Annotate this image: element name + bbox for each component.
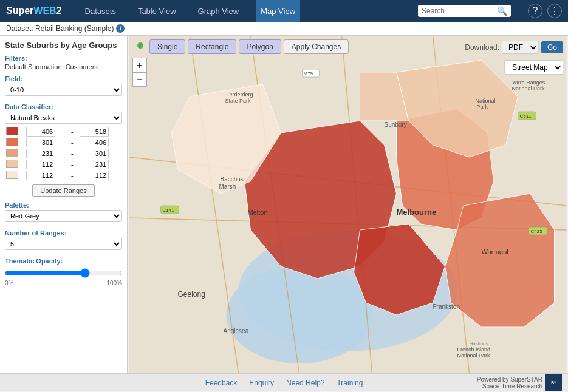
svg-text:Hastings: Hastings (470, 341, 488, 346)
field-select[interactable]: 0-10 10-20 20-30 (5, 84, 122, 96)
range-max-4[interactable] (80, 171, 109, 180)
status-indicator (137, 42, 143, 50)
range-dash-3: - (69, 159, 78, 170)
svg-text:C425: C425 (531, 229, 543, 234)
zoom-controls: + − (132, 58, 147, 87)
rectangle-button[interactable]: Rectangle (188, 39, 236, 54)
range-min-4[interactable] (26, 171, 55, 180)
brand-logo-small: S* (545, 374, 562, 391)
dataset-bar: Dataset: Retail Banking (Sample) i (0, 22, 568, 36)
opacity-label: Thematic Opacity: (5, 257, 122, 265)
opacity-max: 100% (106, 280, 122, 286)
brand-line2: Space-Time Research (477, 383, 542, 390)
range-dash-0: - (69, 126, 78, 137)
svg-text:Sunbury: Sunbury (385, 121, 407, 128)
main-layout: State Suburbs by Age Groups Filters: Def… (0, 36, 568, 373)
download-bar: Download: PDF PNG CSV Go (465, 41, 563, 54)
svg-text:Frankston: Frankston (433, 303, 460, 310)
range-color-4 (6, 171, 18, 179)
palette-select[interactable]: Red-Grey Blue-Red Green-Red (5, 210, 122, 222)
map-type-select[interactable]: Street Map Satellite Terrain (504, 60, 563, 75)
range-color-0 (6, 127, 18, 135)
field-label: Field: (5, 75, 122, 83)
range-min-3[interactable] (26, 160, 55, 169)
svg-text:C511: C511 (520, 113, 532, 119)
nav-map-view[interactable]: Map View (256, 0, 300, 22)
svg-text:C141: C141 (163, 208, 175, 213)
svg-text:Park: Park (477, 104, 488, 110)
status-dot (137, 42, 143, 49)
num-ranges-select[interactable]: 34567 (5, 238, 122, 250)
range-min-1[interactable] (26, 138, 55, 147)
enquiry-link[interactable]: Enquiry (249, 379, 274, 387)
sidebar-title: State Suburbs by Age Groups (5, 41, 122, 50)
header: SuperWEB2 Datasets Table View Graph View… (0, 0, 568, 22)
single-button[interactable]: Single (149, 39, 185, 54)
svg-text:National Park: National Park (457, 353, 491, 359)
map-area: Melton Bacchus Marsh Melbourne Geelong F… (128, 36, 568, 373)
help-icon[interactable]: ? (528, 4, 542, 18)
zoom-in-button[interactable]: + (132, 58, 147, 72)
range-dash-1: - (69, 137, 78, 148)
range-min-0[interactable] (26, 127, 55, 137)
opacity-slider[interactable] (5, 268, 122, 278)
range-max-3[interactable] (80, 160, 109, 169)
svg-text:Warragul: Warragul (482, 248, 508, 255)
classifier-select[interactable]: Natural Breaks Equal Interval Quantile (5, 112, 122, 124)
range-color-2 (6, 149, 18, 157)
info-icon[interactable]: i (116, 24, 125, 33)
range-row: - (5, 137, 122, 148)
footer-brand: Powered by SuperSTAR Space-Time Research… (477, 374, 562, 391)
svg-text:Melton: Melton (248, 209, 268, 216)
svg-text:Bacchus: Bacchus (221, 176, 244, 183)
filters-value: Default Summation: Customers (5, 63, 122, 70)
range-dash-2: - (69, 148, 78, 159)
ranges-table: - - - - - (5, 126, 122, 181)
range-row: - (5, 170, 122, 181)
svg-text:National: National (476, 98, 496, 104)
opacity-min: 0% (5, 280, 13, 286)
svg-text:National Park: National Park (512, 86, 546, 92)
search-box: 🔍 (418, 5, 511, 17)
update-ranges-button[interactable]: Update Ranges (32, 184, 94, 197)
header-icons: ? ⋮ (528, 4, 562, 18)
svg-text:Geelong: Geelong (178, 290, 205, 299)
polygon-button[interactable]: Polygon (239, 39, 281, 54)
opacity-slider-container: 0% 100% (5, 266, 122, 288)
brand-logo: SuperWEB2 (6, 5, 62, 16)
nav-table-view[interactable]: Table View (133, 0, 181, 22)
range-min-2[interactable] (26, 149, 55, 158)
brand-line1: Powered by SuperSTAR (477, 376, 542, 383)
palette-label: Palette: (5, 201, 122, 209)
range-row: - (5, 126, 122, 137)
range-dash-4: - (69, 170, 78, 181)
data-classifier-label: Data Classifier: (5, 103, 122, 110)
range-max-1[interactable] (80, 138, 109, 147)
range-color-3 (6, 160, 18, 168)
need-help-link[interactable]: Need Help? (286, 379, 324, 387)
map-background: Melton Bacchus Marsh Melbourne Geelong F… (128, 36, 568, 373)
svg-text:M79: M79 (304, 71, 313, 76)
feedback-link[interactable]: Feedback (205, 379, 238, 387)
svg-text:State Park: State Park (225, 98, 251, 104)
range-max-0[interactable] (80, 127, 109, 137)
apply-changes-button[interactable]: Apply Changes (284, 39, 349, 54)
map-toolbar: Single Rectangle Polygon Apply Changes (149, 39, 349, 54)
nav-datasets[interactable]: Datasets (80, 0, 121, 22)
num-ranges-label: Number of Ranges: (5, 229, 122, 237)
svg-text:Marsh: Marsh (219, 183, 236, 190)
nav-graph-view[interactable]: Graph View (193, 0, 244, 22)
go-button[interactable]: Go (541, 41, 563, 53)
more-icon[interactable]: ⋮ (547, 4, 562, 18)
search-input[interactable] (422, 7, 494, 15)
dataset-label: Dataset: Retail Banking (Sample) (6, 24, 114, 33)
range-max-2[interactable] (80, 149, 109, 158)
svg-text:Yarra Ranges: Yarra Ranges (512, 79, 546, 86)
zoom-out-button[interactable]: − (132, 72, 147, 87)
search-icon[interactable]: 🔍 (497, 6, 507, 16)
sidebar: State Suburbs by Age Groups Filters: Def… (0, 36, 128, 373)
download-format-select[interactable]: PDF PNG CSV (502, 41, 539, 54)
download-label: Download: (465, 43, 499, 52)
svg-text:Melbourne: Melbourne (397, 208, 437, 217)
training-link[interactable]: Training (337, 379, 363, 387)
